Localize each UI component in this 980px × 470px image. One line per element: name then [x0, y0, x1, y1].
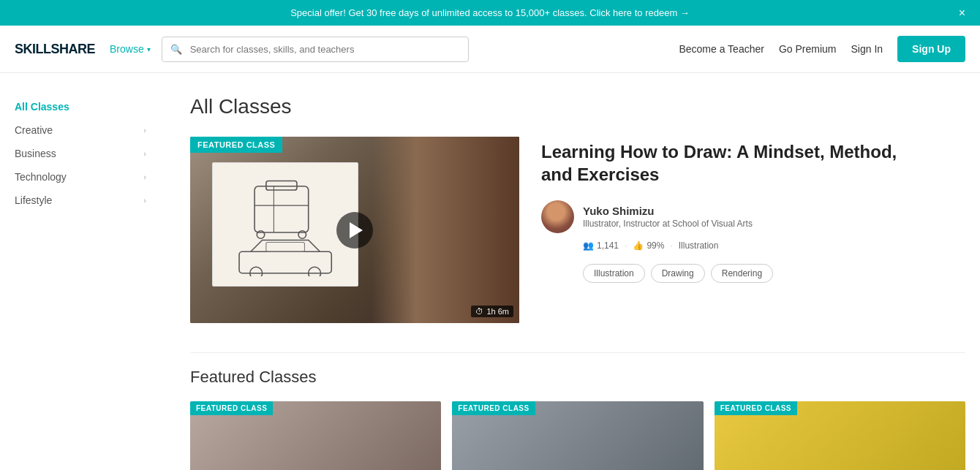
- svg-point-7: [250, 267, 263, 277]
- svg-rect-6: [239, 251, 331, 273]
- drawing-svg: [224, 173, 347, 277]
- separator: ·: [625, 240, 627, 251]
- svg-point-8: [309, 267, 321, 277]
- students-count: 1,141: [597, 240, 619, 251]
- featured-class-card: Featured Class ⏱ 1h 6m Learning How to D…: [190, 137, 965, 323]
- tags-container: Illustration Drawing Rendering: [583, 264, 965, 283]
- search-input[interactable]: [162, 37, 469, 62]
- search-icon: 🔍: [170, 44, 182, 55]
- header: SKILLSHARE Browse ▾ 🔍 Become a Teacher G…: [0, 26, 980, 73]
- search-container: 🔍: [162, 37, 469, 62]
- instructor-name[interactable]: Yuko Shimizu: [583, 205, 753, 217]
- sign-up-button[interactable]: Sign Up: [897, 36, 965, 62]
- header-right: Become a Teacher Go Premium Sign In Sign…: [679, 36, 965, 62]
- banner-text[interactable]: Special offer! Get 30 free days of unlim…: [290, 7, 690, 18]
- students-stat: 👥 1,141: [583, 240, 619, 251]
- svg-rect-9: [266, 242, 305, 251]
- chevron-right-icon: ›: [143, 149, 146, 158]
- sidebar-item-label: All Classes: [15, 101, 69, 113]
- clock-icon: ⏱: [475, 307, 483, 316]
- sidebar: All Classes Creative › Business › Techno…: [15, 95, 161, 470]
- tag-rendering[interactable]: Rendering: [711, 264, 773, 283]
- instructor-title: Illustrator, Instructor at School of Vis…: [583, 219, 753, 229]
- rating-value: 99%: [647, 240, 664, 251]
- logo: SKILLSHARE: [15, 42, 95, 57]
- duration-text: 1h 6m: [486, 307, 509, 316]
- chevron-right-icon: ›: [143, 126, 146, 134]
- tag-drawing[interactable]: Drawing: [651, 264, 705, 283]
- sidebar-item-technology[interactable]: Technology ›: [15, 165, 146, 189]
- top-banner: Special offer! Get 30 free days of unlim…: [0, 0, 980, 26]
- sign-in-button[interactable]: Sign In: [851, 43, 883, 55]
- separator: ·: [670, 240, 672, 251]
- sidebar-item-label: Creative: [15, 124, 53, 136]
- students-icon: 👥: [583, 240, 594, 251]
- content-area: All Classes: [161, 95, 965, 470]
- video-duration: ⏱ 1h 6m: [471, 306, 513, 317]
- browse-button[interactable]: Browse ▾: [110, 43, 151, 55]
- chevron-right-icon: ›: [143, 196, 146, 205]
- avatar-image: [541, 200, 574, 233]
- svg-rect-0: [255, 186, 309, 232]
- rating-stat: 👍 99%: [633, 240, 664, 251]
- video-thumbnail[interactable]: Featured Class ⏱ 1h 6m: [190, 137, 519, 323]
- category-label[interactable]: Illustration: [679, 240, 719, 251]
- mini-card-badge-3: Featured Class: [715, 401, 797, 415]
- browse-label: Browse: [110, 43, 144, 55]
- svg-rect-1: [266, 181, 297, 190]
- avatar: [541, 200, 574, 233]
- banner-close-button[interactable]: ×: [959, 7, 965, 20]
- featured-section: Featured Classes Featured Class Featured…: [190, 352, 965, 470]
- sidebar-item-label: Business: [15, 148, 56, 159]
- sidebar-item-creative[interactable]: Creative ›: [15, 118, 146, 142]
- mini-card-badge-1: Featured Class: [190, 401, 273, 415]
- page-title: All Classes: [190, 95, 965, 118]
- person-overlay: [372, 137, 520, 323]
- class-info: Learning How to Draw: A Mindset, Method,…: [541, 137, 965, 283]
- instructor-stats: 👥 1,141 · 👍 99% · Illustration: [583, 240, 965, 251]
- featured-badge: Featured Class: [190, 137, 282, 153]
- go-premium-button[interactable]: Go Premium: [779, 43, 837, 55]
- class-title: Learning How to Draw: A Mindset, Method,…: [541, 140, 965, 186]
- mini-card-3[interactable]: Featured Class: [715, 401, 965, 470]
- tag-illustration[interactable]: Illustration: [583, 264, 645, 283]
- featured-section-title: Featured Classes: [190, 368, 965, 387]
- browse-chevron-icon: ▾: [147, 45, 151, 53]
- mini-card-1[interactable]: Featured Class: [190, 401, 441, 470]
- thumbsup-icon: 👍: [633, 240, 644, 251]
- mini-card-2[interactable]: Featured Class: [452, 401, 703, 470]
- chevron-right-icon: ›: [143, 173, 146, 181]
- sidebar-item-lifestyle[interactable]: Lifestyle ›: [15, 189, 146, 212]
- instructor-row: Yuko Shimizu Illustrator, Instructor at …: [541, 200, 965, 233]
- play-button[interactable]: [336, 212, 373, 249]
- sidebar-item-all-classes[interactable]: All Classes: [15, 95, 146, 118]
- instructor-details: Yuko Shimizu Illustrator, Instructor at …: [583, 205, 753, 229]
- sidebar-item-business[interactable]: Business ›: [15, 142, 146, 165]
- sidebar-item-label: Lifestyle: [15, 194, 52, 206]
- sidebar-item-label: Technology: [15, 171, 67, 183]
- main-container: All Classes Creative › Business › Techno…: [0, 73, 980, 470]
- mini-cards-row: Featured Class Featured Class Featured C…: [190, 401, 965, 470]
- mini-card-badge-2: Featured Class: [452, 401, 535, 415]
- become-teacher-button[interactable]: Become a Teacher: [679, 43, 764, 55]
